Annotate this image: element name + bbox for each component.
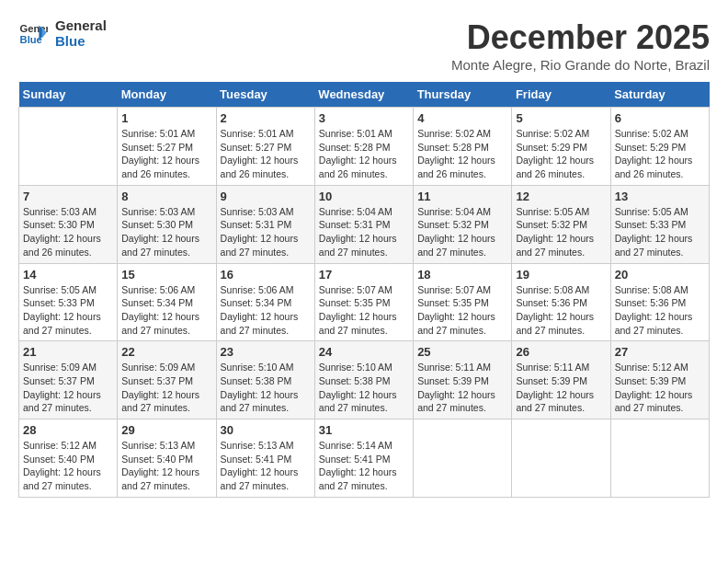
- day-info: Sunrise: 5:13 AM Sunset: 5:40 PM Dayligh…: [121, 439, 211, 493]
- calendar-cell: 19Sunrise: 5:08 AM Sunset: 5:36 PM Dayli…: [512, 263, 610, 341]
- day-info: Sunrise: 5:11 AM Sunset: 5:39 PM Dayligh…: [516, 361, 606, 415]
- day-number: 29: [121, 423, 211, 437]
- calendar-cell: 6Sunrise: 5:02 AM Sunset: 5:29 PM Daylig…: [610, 108, 709, 186]
- calendar-cell: 10Sunrise: 5:04 AM Sunset: 5:31 PM Dayli…: [314, 185, 413, 263]
- calendar-cell: [512, 419, 610, 498]
- day-info: Sunrise: 5:03 AM Sunset: 5:30 PM Dayligh…: [23, 205, 113, 259]
- calendar-cell: 17Sunrise: 5:07 AM Sunset: 5:35 PM Dayli…: [314, 263, 413, 341]
- day-info: Sunrise: 5:05 AM Sunset: 5:32 PM Dayligh…: [516, 205, 606, 259]
- calendar-cell: [19, 108, 118, 186]
- logo: General Blue General Blue: [18, 18, 107, 49]
- day-info: Sunrise: 5:12 AM Sunset: 5:39 PM Dayligh…: [615, 361, 705, 415]
- day-number: 24: [319, 345, 409, 359]
- weekday-header-friday: Friday: [512, 82, 610, 108]
- day-info: Sunrise: 5:13 AM Sunset: 5:41 PM Dayligh…: [221, 439, 311, 493]
- week-row-2: 7Sunrise: 5:03 AM Sunset: 5:30 PM Daylig…: [19, 185, 710, 263]
- day-number: 7: [23, 190, 113, 203]
- day-info: Sunrise: 5:10 AM Sunset: 5:38 PM Dayligh…: [221, 361, 311, 415]
- day-number: 23: [221, 345, 311, 359]
- calendar-cell: 15Sunrise: 5:06 AM Sunset: 5:34 PM Dayli…: [118, 263, 216, 341]
- day-number: 16: [221, 268, 311, 282]
- day-number: 27: [615, 345, 705, 359]
- calendar-cell: 16Sunrise: 5:06 AM Sunset: 5:34 PM Dayli…: [216, 263, 314, 341]
- day-number: 19: [516, 268, 606, 282]
- week-row-4: 21Sunrise: 5:09 AM Sunset: 5:37 PM Dayli…: [19, 341, 710, 419]
- day-number: 17: [319, 268, 409, 282]
- day-number: 2: [221, 111, 311, 125]
- week-row-3: 14Sunrise: 5:05 AM Sunset: 5:33 PM Dayli…: [19, 263, 710, 341]
- day-info: Sunrise: 5:06 AM Sunset: 5:34 PM Dayligh…: [121, 283, 211, 338]
- day-info: Sunrise: 5:08 AM Sunset: 5:36 PM Dayligh…: [615, 283, 705, 338]
- calendar-cell: 4Sunrise: 5:02 AM Sunset: 5:28 PM Daylig…: [414, 108, 512, 186]
- calendar-cell: 3Sunrise: 5:01 AM Sunset: 5:28 PM Daylig…: [314, 108, 413, 186]
- calendar-cell: 30Sunrise: 5:13 AM Sunset: 5:41 PM Dayli…: [216, 419, 314, 498]
- day-info: Sunrise: 5:04 AM Sunset: 5:32 PM Dayligh…: [417, 205, 507, 259]
- calendar-cell: 8Sunrise: 5:03 AM Sunset: 5:30 PM Daylig…: [118, 185, 216, 263]
- day-info: Sunrise: 5:03 AM Sunset: 5:30 PM Dayligh…: [121, 205, 211, 259]
- day-info: Sunrise: 5:09 AM Sunset: 5:37 PM Dayligh…: [23, 361, 113, 415]
- day-info: Sunrise: 5:02 AM Sunset: 5:29 PM Dayligh…: [516, 127, 606, 181]
- day-info: Sunrise: 5:05 AM Sunset: 5:33 PM Dayligh…: [23, 283, 113, 338]
- calendar-cell: 9Sunrise: 5:03 AM Sunset: 5:31 PM Daylig…: [216, 185, 314, 263]
- day-info: Sunrise: 5:02 AM Sunset: 5:28 PM Dayligh…: [417, 127, 507, 181]
- day-info: Sunrise: 5:07 AM Sunset: 5:35 PM Dayligh…: [417, 283, 507, 338]
- day-number: 20: [615, 268, 705, 282]
- calendar-cell: 12Sunrise: 5:05 AM Sunset: 5:32 PM Dayli…: [512, 185, 610, 263]
- day-info: Sunrise: 5:05 AM Sunset: 5:33 PM Dayligh…: [615, 205, 705, 259]
- day-number: 30: [221, 423, 311, 437]
- day-number: 1: [121, 111, 211, 125]
- calendar-cell: 5Sunrise: 5:02 AM Sunset: 5:29 PM Daylig…: [512, 108, 610, 186]
- calendar-cell: 21Sunrise: 5:09 AM Sunset: 5:37 PM Dayli…: [19, 341, 118, 419]
- day-number: 3: [319, 111, 409, 125]
- day-info: Sunrise: 5:03 AM Sunset: 5:31 PM Dayligh…: [221, 205, 311, 259]
- page-header: General Blue General Blue December 2025 …: [18, 18, 710, 73]
- calendar-cell: [610, 419, 709, 498]
- day-info: Sunrise: 5:11 AM Sunset: 5:39 PM Dayligh…: [417, 361, 507, 415]
- title-block: December 2025 Monte Alegre, Rio Grande d…: [451, 18, 710, 73]
- month-title: December 2025: [451, 18, 710, 57]
- weekday-header-sunday: Sunday: [19, 82, 118, 108]
- calendar-cell: 7Sunrise: 5:03 AM Sunset: 5:30 PM Daylig…: [19, 185, 118, 263]
- weekday-header-saturday: Saturday: [610, 82, 709, 108]
- day-number: 28: [23, 423, 113, 437]
- day-number: 22: [121, 345, 211, 359]
- day-info: Sunrise: 5:14 AM Sunset: 5:41 PM Dayligh…: [319, 439, 409, 493]
- day-number: 9: [221, 190, 311, 203]
- logo-icon: General Blue: [18, 19, 48, 49]
- weekday-header-thursday: Thursday: [414, 82, 512, 108]
- calendar-cell: 2Sunrise: 5:01 AM Sunset: 5:27 PM Daylig…: [216, 108, 314, 186]
- day-info: Sunrise: 5:12 AM Sunset: 5:40 PM Dayligh…: [23, 439, 113, 493]
- weekday-header-tuesday: Tuesday: [216, 82, 314, 108]
- day-number: 4: [417, 111, 507, 125]
- day-number: 25: [417, 345, 507, 359]
- svg-text:Blue: Blue: [20, 33, 42, 44]
- calendar-cell: 20Sunrise: 5:08 AM Sunset: 5:36 PM Dayli…: [610, 263, 709, 341]
- calendar-table: SundayMondayTuesdayWednesdayThursdayFrid…: [18, 82, 710, 498]
- day-info: Sunrise: 5:07 AM Sunset: 5:35 PM Dayligh…: [319, 283, 409, 338]
- calendar-cell: 18Sunrise: 5:07 AM Sunset: 5:35 PM Dayli…: [414, 263, 512, 341]
- day-info: Sunrise: 5:06 AM Sunset: 5:34 PM Dayligh…: [221, 283, 311, 338]
- day-number: 5: [516, 111, 606, 125]
- calendar-cell: 22Sunrise: 5:09 AM Sunset: 5:37 PM Dayli…: [118, 341, 216, 419]
- calendar-cell: 27Sunrise: 5:12 AM Sunset: 5:39 PM Dayli…: [610, 341, 709, 419]
- day-info: Sunrise: 5:09 AM Sunset: 5:37 PM Dayligh…: [121, 361, 211, 415]
- day-info: Sunrise: 5:08 AM Sunset: 5:36 PM Dayligh…: [516, 283, 606, 338]
- weekday-header-monday: Monday: [118, 82, 216, 108]
- day-number: 26: [516, 345, 606, 359]
- day-number: 12: [516, 190, 606, 203]
- day-number: 11: [417, 190, 507, 203]
- day-info: Sunrise: 5:01 AM Sunset: 5:27 PM Dayligh…: [121, 127, 211, 181]
- calendar-cell: 1Sunrise: 5:01 AM Sunset: 5:27 PM Daylig…: [118, 108, 216, 186]
- calendar-cell: 14Sunrise: 5:05 AM Sunset: 5:33 PM Dayli…: [19, 263, 118, 341]
- calendar-cell: 23Sunrise: 5:10 AM Sunset: 5:38 PM Dayli…: [216, 341, 314, 419]
- logo-text-line2: Blue: [55, 34, 107, 50]
- calendar-cell: 13Sunrise: 5:05 AM Sunset: 5:33 PM Dayli…: [610, 185, 709, 263]
- day-number: 18: [417, 268, 507, 282]
- day-number: 8: [121, 190, 211, 203]
- day-info: Sunrise: 5:02 AM Sunset: 5:29 PM Dayligh…: [615, 127, 705, 181]
- calendar-cell: 28Sunrise: 5:12 AM Sunset: 5:40 PM Dayli…: [19, 419, 118, 498]
- day-number: 21: [23, 345, 113, 359]
- day-number: 31: [319, 423, 409, 437]
- day-number: 6: [615, 111, 705, 125]
- day-number: 10: [319, 190, 409, 203]
